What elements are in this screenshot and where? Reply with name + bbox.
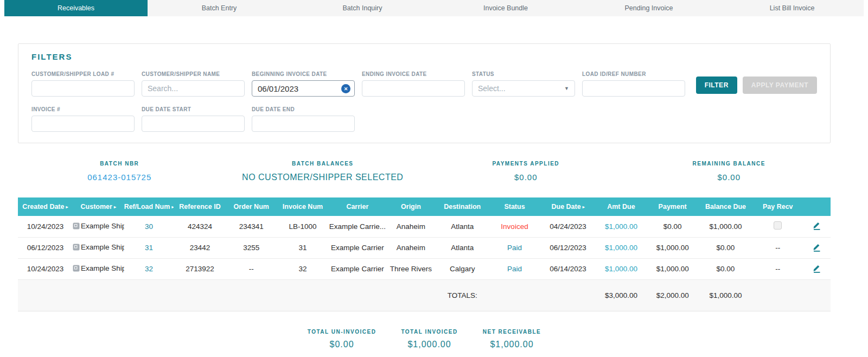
company-icon [73,244,80,251]
batch-balances-label: BATCH BALANCES [221,161,425,167]
cell-balance-due: $0.00 [699,258,752,279]
table-row: 10/24/2023 Example Shipp 30 424324 23434… [18,216,831,237]
col-reference-id[interactable]: Reference ID [174,197,226,216]
col-order-num[interactable]: Order Num [226,197,277,216]
cell-reference-id: 23442 [174,237,226,258]
col-balance-due[interactable]: Balance Due [699,197,752,216]
total-invoiced-block: TOTAL INVOICED $1,000.00 [401,329,457,349]
tab-receivables[interactable]: Receivables [4,0,148,16]
customer-shipper-load-input[interactable] [31,80,135,97]
col-payment[interactable]: Payment [647,197,699,216]
tab-batch-entry[interactable]: Batch Entry [148,0,291,16]
tab-pending-invoice[interactable]: Pending Invoice [577,0,720,16]
clear-date-icon[interactable]: ✕ [341,84,350,93]
col-status[interactable]: Status [489,197,540,216]
col-due-date[interactable]: Due Date▸ [540,197,596,216]
col-origin[interactable]: Origin [386,197,436,216]
status-select-placeholder: Select... [478,84,506,93]
total-invoiced-label: TOTAL INVOICED [401,329,457,335]
bottom-summary: TOTAL UN-INVOICED $0.00 TOTAL INVOICED $… [18,329,831,349]
col-created-date[interactable]: Created Date▸ [18,197,73,216]
customer-name: Example Shipp [81,264,124,272]
cell-balance-due: $0.00 [699,237,752,258]
filter-button[interactable]: FILTER [696,76,737,94]
cell-balance-due: $1,000.00 [699,216,752,237]
cell-order-num: 234341 [226,216,277,237]
apply-payment-button[interactable]: APPLY PAYMENT [743,76,817,94]
total-uninvoiced-block: TOTAL UN-INVOICED $0.00 [308,329,376,349]
batch-info: BATCH NBR 061423-015725 BATCH BALANCES N… [18,161,831,182]
load-id-ref-input[interactable] [582,80,685,97]
cell-due-date: 06/14/2023 [540,258,596,279]
col-ref-load-num[interactable]: Ref/Load Num▸ [124,197,174,216]
col-destination[interactable]: Destination [436,197,489,216]
invoice-num-input[interactable] [31,116,135,132]
col-pay-recv[interactable]: Pay Recv [752,197,803,216]
filters-row-2: INVOICE # DUE DATE START DUE DATE END [31,106,817,132]
due-date-end-input[interactable] [252,116,355,132]
field-label: LOAD ID/REF NUMBER [582,71,685,77]
payments-applied-value: $0.00 [424,173,628,182]
cell-reference-id: 424324 [174,216,226,237]
col-amt-due[interactable]: Amt Due [596,197,646,216]
remaining-balance-block: REMAINING BALANCE $0.00 [628,161,831,182]
ref-load-link[interactable]: 30 [145,222,153,231]
cell-invoice-num: LB-1000 [277,216,329,237]
cell-created-date: 10/24/2023 [18,258,73,279]
field-load-id-ref: LOAD ID/REF NUMBER [582,71,685,97]
field-invoice-num: INVOICE # [31,106,135,132]
cell-customer: Example Shipp [73,216,124,237]
edit-icon[interactable] [812,221,821,230]
cell-payment: $1,000.00 [647,258,699,279]
remaining-balance-value: $0.00 [628,173,831,182]
cell-destination: Atlanta [436,216,489,237]
col-carrier[interactable]: Carrier [329,197,386,216]
amt-due-link[interactable]: $1,000.00 [605,222,637,231]
cell-created-date: 10/24/2023 [18,216,73,237]
total-uninvoiced-label: TOTAL UN-INVOICED [308,329,376,335]
ending-invoice-date-input[interactable] [362,80,465,97]
status-badge: Invoiced [489,216,540,237]
status-select[interactable]: Select... ▼ [472,80,575,97]
table-row: 10/24/2023 Example Shipp 32 2713922 -- 3… [18,258,831,279]
table-row: 06/12/2023 Example Shipp 31 23442 3255 3… [18,237,831,258]
cell-due-date: 06/12/2023 [540,237,596,258]
customer-shipper-name-input[interactable] [142,80,245,97]
status-badge: Paid [489,237,540,258]
field-customer-shipper-name: CUSTOMER/SHIPPER NAME [142,71,245,97]
batch-balances-block: BATCH BALANCES NO CUSTOMER/SHIPPER SELEC… [221,161,425,182]
beginning-invoice-date-input[interactable] [252,80,355,97]
receivables-table: Created Date▸ Customer▸ Ref/Load Num▸ Re… [18,197,831,311]
edit-icon[interactable] [812,264,821,273]
edit-icon[interactable] [812,243,821,252]
field-label: STATUS [472,71,575,77]
cell-carrier: Example Carrie... [329,216,386,237]
net-receivable-value: $1,000.00 [483,340,541,349]
tab-invoice-bundle[interactable]: Invoice Bundle [434,0,577,16]
col-invoice-num[interactable]: Invoice Num [277,197,329,216]
col-customer[interactable]: Customer▸ [73,197,124,216]
cell-customer: Example Shipp [73,258,124,279]
cell-payment: $0.00 [647,216,699,237]
totals-label: TOTALS: [436,279,489,311]
pay-recv-checkbox[interactable] [774,221,782,229]
tab-batch-inquiry[interactable]: Batch Inquiry [291,0,434,16]
cell-carrier: Example Carrier [329,258,386,279]
field-label: ENDING INVOICE DATE [362,71,465,77]
batch-nbr-value[interactable]: 061423-015725 [18,173,221,182]
cell-created-date: 06/12/2023 [18,237,73,258]
ref-load-link[interactable]: 31 [145,244,153,252]
field-due-date-start: DUE DATE START [142,106,245,132]
due-date-start-input[interactable] [142,116,245,132]
amt-due-link[interactable]: $1,000.00 [605,244,637,252]
total-uninvoiced-value: $0.00 [308,340,376,349]
company-icon [73,222,80,229]
payments-applied-block: PAYMENTS APPLIED $0.00 [424,161,628,182]
amt-due-link[interactable]: $1,000.00 [605,265,637,273]
field-label: CUSTOMER/SHIPPER LOAD # [31,71,135,77]
tab-list-bill-invoice[interactable]: List Bill Invoice [720,0,864,16]
ref-load-link[interactable]: 32 [145,265,153,273]
cell-origin: Anaheim [386,216,436,237]
field-label: CUSTOMER/SHIPPER NAME [142,71,245,77]
cell-destination: Calgary [436,258,489,279]
